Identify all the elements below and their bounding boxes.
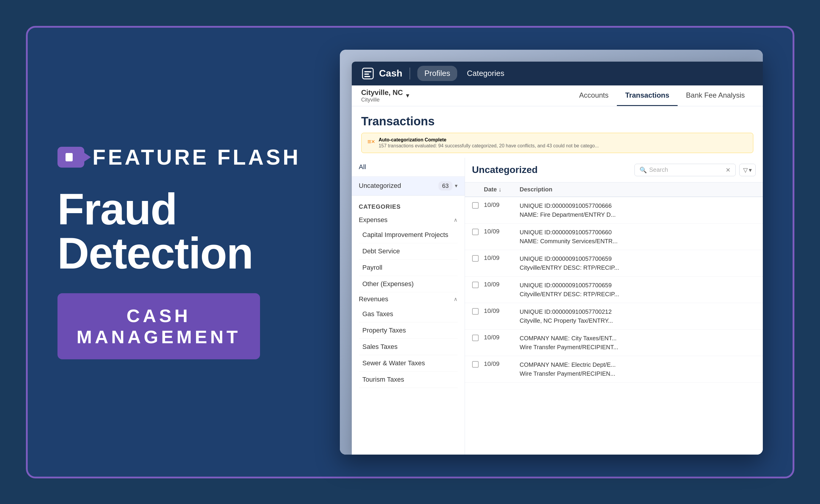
nav-profiles[interactable]: Profiles (417, 66, 458, 81)
alert-description: 157 transactions evaluated: 94 successfu… (378, 143, 599, 149)
revenues-chevron-icon: ∧ (454, 296, 458, 302)
feature-flash-row: FEATURE FLASH (57, 145, 325, 169)
table-row: 10/09 UNIQUE ID:000000910057700660 NAME:… (465, 224, 763, 250)
col-date[interactable]: Date ↓ (484, 186, 520, 193)
revenues-label: Revenues (359, 295, 388, 303)
video-icon (57, 147, 84, 168)
search-placeholder: Search (649, 166, 723, 173)
app-logo: Cash (361, 67, 402, 80)
filter-dropdown-icon: ▾ (749, 166, 752, 174)
cash-management-label: CASH MANAGEMENT (77, 305, 241, 347)
section-title-categories: Categories (359, 203, 401, 210)
row-checkbox[interactable] (472, 308, 479, 315)
left-panel: FEATURE FLASH Fraud Detection CASH MANAG… (57, 145, 325, 359)
app-content: Transactions ≡× Auto-categorization Comp… (352, 106, 763, 455)
trans-desc: UNIQUE ID:000000910057700659 Cityville/E… (520, 254, 756, 272)
trans-desc: UNIQUE ID:000000910057700659 Cityville/E… (520, 281, 756, 299)
nav-categories[interactable]: Categories (460, 66, 512, 81)
uncategorized-count: 63 (439, 181, 452, 191)
location-name: Cityville, NC (361, 88, 403, 97)
table-row: 10/09 UNIQUE ID:000000910057700659 Cityv… (465, 250, 763, 277)
category-capital-improvement[interactable]: Capital Improvement Projects (359, 227, 458, 243)
categories-section-header[interactable]: Categories (359, 200, 458, 213)
fraud-line2: Detection (57, 229, 253, 278)
revenues-section-header[interactable]: Revenues ∧ (359, 292, 458, 306)
table-row: 10/09 COMPANY NAME: Electric Dept/E... W… (465, 356, 763, 383)
category-gas-taxes[interactable]: Gas Taxes (359, 306, 458, 322)
trans-date: 10/09 (484, 334, 520, 341)
main-card: FEATURE FLASH Fraud Detection CASH MANAG… (26, 26, 794, 478)
app-window: Cash Profiles Categories Cityville, NC (352, 62, 763, 455)
table-row: 10/09 UNIQUE ID:000000910057700659 Cityv… (465, 277, 763, 303)
uncategorized-row[interactable]: Uncategorized 63 ▾ (352, 177, 465, 196)
category-sales-taxes[interactable]: Sales Taxes (359, 339, 458, 355)
location-chevron-icon: ▾ (406, 92, 409, 99)
table-row: 10/09 COMPANY NAME: City Taxes/ENT... Wi… (465, 330, 763, 356)
search-icon: 🔍 (640, 166, 647, 174)
trans-date: 10/09 (484, 281, 520, 288)
trans-desc: COMPANY NAME: Electric Dept/E... Wire Tr… (520, 360, 756, 378)
topbar-divider (409, 68, 410, 79)
app-logo-text: Cash (379, 68, 402, 79)
subnav-bank-fee-analysis[interactable]: Bank Fee Analysis (678, 85, 753, 106)
uncategorized-label: Uncategorized (359, 182, 401, 190)
table-header: Date ↓ Description (465, 182, 763, 197)
trans-date: 10/09 (484, 254, 520, 261)
app-screenshot: Cash Profiles Categories Cityville, NC (340, 50, 763, 455)
row-checkbox[interactable] (472, 282, 479, 288)
search-bar[interactable]: 🔍 Search ✕ (635, 164, 736, 176)
row-checkbox[interactable] (472, 255, 479, 262)
content-header: Transactions ≡× Auto-categorization Comp… (352, 106, 763, 158)
feature-flash-label: FEATURE FLASH (93, 145, 301, 169)
alert-icon: ≡× (367, 138, 375, 146)
svg-rect-4 (364, 76, 370, 77)
filter-button[interactable]: ▽ ▾ (739, 164, 756, 176)
trans-date: 10/09 (484, 201, 520, 208)
expenses-section-header[interactable]: Expenses ∧ (359, 213, 458, 227)
trans-desc: UNIQUE ID:000000910057700666 NAME: Fire … (520, 201, 756, 219)
subnav-transactions[interactable]: Transactions (617, 85, 678, 106)
row-checkbox[interactable] (472, 335, 479, 341)
fraud-line1: Fraud (57, 185, 177, 234)
location-sub: Cityville (361, 97, 403, 103)
fraud-detection-heading: Fraud Detection (57, 187, 325, 275)
two-panel: All Uncategorized 63 ▾ Categories (352, 158, 763, 455)
search-clear-icon[interactable]: ✕ (726, 166, 731, 174)
trans-desc: COMPANY NAME: City Taxes/ENT... Wire Tra… (520, 334, 756, 352)
row-checkbox[interactable] (472, 202, 479, 209)
uncategorized-panel-title: Uncategorized (472, 164, 538, 175)
filter-icon: ▽ (743, 166, 748, 174)
trans-date: 10/09 (484, 360, 520, 367)
svg-rect-2 (364, 71, 371, 72)
app-subnav: Cityville, NC Cityville ▾ Accounts Trans… (352, 85, 763, 106)
trans-desc: UNIQUE ID:000000910057700660 NAME: Commu… (520, 228, 756, 246)
app-topbar: Cash Profiles Categories (352, 62, 763, 85)
table-row: 10/09 UNIQUE ID:000000910057700212 Cityv… (465, 303, 763, 330)
subnav-accounts[interactable]: Accounts (571, 85, 617, 106)
category-debt-service[interactable]: Debt Service (359, 243, 458, 260)
content-title: Transactions (361, 115, 753, 128)
category-section: Categories Expenses ∧ Capital Improvemen… (352, 196, 465, 390)
row-checkbox[interactable] (472, 229, 479, 235)
categories-panel: All Uncategorized 63 ▾ Categories (352, 158, 465, 455)
transactions-panel: Uncategorized 🔍 Search ✕ ▽ ▾ (465, 158, 763, 455)
svg-rect-0 (66, 153, 73, 161)
col-checkbox (472, 186, 484, 193)
category-property-taxes[interactable]: Property Taxes (359, 322, 458, 339)
category-other-expenses[interactable]: Other (Expenses) (359, 276, 458, 292)
all-row[interactable]: All (352, 158, 465, 177)
expenses-label: Expenses (359, 216, 388, 224)
category-payroll[interactable]: Payroll (359, 260, 458, 276)
table-row: 10/09 UNIQUE ID:000000910057700666 NAME:… (465, 197, 763, 224)
row-checkbox[interactable] (472, 361, 479, 368)
cash-management-box: CASH MANAGEMENT (57, 293, 260, 359)
location-dropdown[interactable]: Cityville, NC Cityville ▾ (361, 88, 409, 103)
expenses-chevron-icon: ∧ (454, 217, 458, 223)
trans-date: 10/09 (484, 228, 520, 235)
svg-rect-3 (364, 74, 369, 75)
badge-row: 63 ▾ (439, 181, 457, 191)
category-tourism-taxes[interactable]: Tourism Taxes (359, 372, 458, 388)
category-sewer-water-taxes[interactable]: Sewer & Water Taxes (359, 355, 458, 372)
topbar-nav: Profiles Categories (417, 66, 512, 81)
transactions-header: Uncategorized 🔍 Search ✕ ▽ ▾ (465, 158, 763, 182)
